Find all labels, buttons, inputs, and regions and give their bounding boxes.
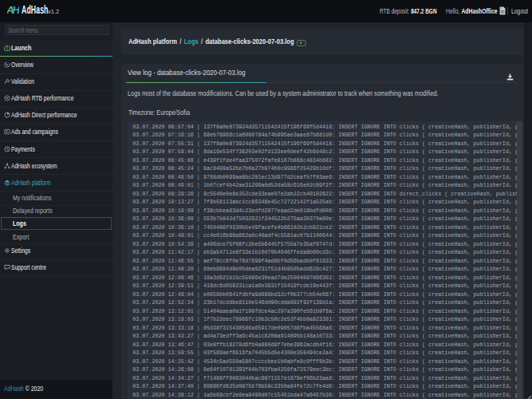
svg-text:H: H — [12, 4, 19, 15]
